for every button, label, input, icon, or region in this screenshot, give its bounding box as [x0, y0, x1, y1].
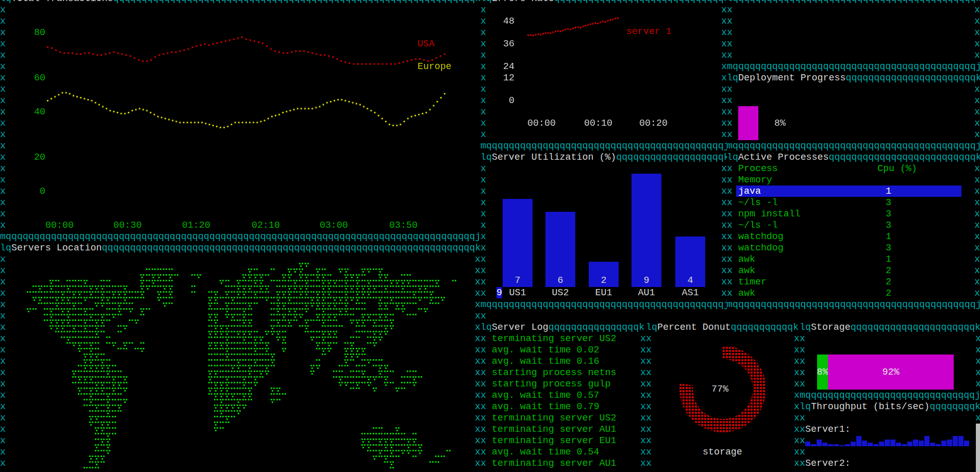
panel-storage: lqStorageqqqqqqqqqqqqqqqqqqqqqqk x x x x… — [800, 322, 980, 401]
panel-border-left: x x x x x x x x x x x x x — [480, 333, 486, 472]
log-line: starting process gulp — [492, 378, 610, 390]
panel-title: Storage — [811, 322, 851, 332]
y-axis-tick: 40 — [31, 106, 45, 117]
panel-border-left: x x x x x x x x x x x x x — [646, 333, 652, 472]
cell-cpu: 1 — [886, 231, 891, 242]
transactions-line-chart — [26, 19, 469, 225]
terminal-dashboard: lqTotal Transactionsqqqqqqqqqqqqqqqqqqqq… — [0, 0, 980, 472]
table-row[interactable]: ~/ls -l3 — [736, 220, 961, 231]
panel-border-left: x x x x x x x x x x x x — [480, 163, 486, 299]
bar-value: 6 — [545, 275, 575, 286]
table-row[interactable]: java1 — [736, 186, 961, 197]
cell-cpu: 2 — [886, 265, 891, 276]
table-row[interactable]: awk2 — [736, 265, 961, 276]
y-axis-tick: 24 — [501, 61, 514, 72]
log-line: terminating server US2 — [492, 333, 616, 344]
panel-title: Servers Location — [11, 243, 102, 253]
deployment-gauge-bar — [738, 106, 758, 140]
cell-cpu: 2 — [886, 276, 891, 288]
bar-value: 7 — [503, 275, 533, 286]
bar-category: AS1 — [675, 287, 705, 298]
y-axis-tick: 12 — [501, 72, 514, 83]
panel-border-bottom: mqqqqqqqqqqqqqqqqqqqqqqqqqqqqqqqqqqqqqqq… — [0, 231, 480, 242]
cell-process: java — [738, 186, 761, 197]
bar — [503, 199, 533, 287]
cell-process: awk — [738, 288, 755, 299]
bar-category: AU1 — [632, 287, 661, 298]
table-row[interactable]: awk1 — [736, 254, 961, 265]
panel-border-left: x x x x x x x x x x x x — [727, 163, 733, 299]
storage-segment: 92% — [828, 355, 954, 390]
panel-errors-rate: lqErrors Rateqqqqqqqqqqqqqqqqqqqqqqqqqqq… — [480, 0, 727, 151]
bar — [632, 174, 661, 287]
bar-category: US2 — [545, 287, 575, 298]
log-line: starting process netns — [492, 367, 616, 378]
panel-border-bottom: mqqqqqqqqqqqqqqqqqqqqqqqqqqqqqqqqqqqqqqq… — [727, 61, 980, 72]
panel-title: Throughput (bits/sec) — [811, 401, 929, 412]
panel-percent-donut: lqPercent Donutqqqqqqqqqqqk x x x x x x … — [646, 322, 800, 472]
bar-category: US1 — [503, 287, 533, 298]
cell-cpu: 3 — [886, 197, 891, 208]
legend-usa: USA — [418, 38, 435, 49]
log-line: terminating server AU1 — [492, 458, 616, 469]
scrollbar-thumb[interactable] — [976, 424, 980, 472]
panel-border-right: x x x x x x x x x x x x — [721, 4, 727, 140]
panel-border-right: x x x x x x x x x x x x x — [640, 333, 646, 472]
panel-title: Percent Donut — [657, 322, 731, 332]
cell-process: ~/ls -l — [738, 220, 778, 231]
deployment-percent: 8% — [774, 117, 786, 129]
y-axis-tick: 60 — [31, 72, 45, 83]
panel-border-right: x x x x x x x x x x x x — [974, 163, 980, 299]
panel-border-right: x x x x x x x x x x x x — [721, 163, 727, 299]
cell-cpu: 1 — [886, 186, 891, 197]
panel-title: Total Transactions — [11, 0, 113, 4]
donut-percent: 77% — [711, 383, 728, 395]
cell-process: ~/ls -l — [738, 197, 778, 208]
y-axis-tick: 36 — [501, 38, 514, 49]
panel-border-bottom: mqqqqqqqqqqqqqqqqqqqqqqqqqqqqqqqqqqqqqqq… — [727, 299, 980, 310]
cell-cpu: 1 — [886, 254, 891, 265]
panel-active-processes: lqActive Processesqqqqqqqqqqqqqqqqqqqqqq… — [727, 151, 980, 310]
table-row[interactable]: npm install3 — [736, 208, 961, 220]
log-line: avg. wait time 0.02 — [492, 344, 599, 356]
panel-server-log: lqServer Logqqqqqqqqqqqqqqqqk x x x x x … — [480, 322, 646, 472]
panel-border-bottom: mqqqqqqqqqqqqqqqqqqqqqqqqqqqqqqqqqqqqqqq… — [480, 140, 727, 151]
sparkline-server1 — [805, 435, 975, 446]
panel-border-right: x x x x x — [974, 4, 980, 61]
table-row[interactable]: timer2 — [736, 276, 961, 288]
panel-title: Server Utilization (%) — [492, 152, 616, 162]
panel-title: Active Processes — [738, 152, 829, 162]
x-axis-tick: 03:50 — [389, 220, 418, 231]
log-line: terminating server AU1 — [492, 424, 616, 435]
panel-border-left: x x x x x x x x x x x x — [480, 4, 486, 140]
panel-border-top: lqTotal Transactionsqqqqqqqqqqqqqqqqqqqq… — [0, 0, 480, 4]
panel-servers-location: lqServers Locationqqqqqqqqqqqqqqqqqqqqqq… — [0, 242, 480, 472]
cell-process: watchdog — [738, 242, 784, 254]
cell-process: awk — [738, 254, 755, 265]
bar-value: 4 — [675, 275, 705, 286]
storage-segment: 8% — [817, 355, 828, 390]
panel-total-transactions: lqTotal Transactionsqqqqqqqqqqqqqqqqqqqq… — [0, 0, 480, 242]
x-axis-tick: 00:20 — [639, 117, 668, 129]
table-row[interactable]: awk2 — [736, 288, 961, 299]
log-line: avg. wait time 0.54 — [492, 446, 599, 458]
server1-label: Server1: — [805, 424, 851, 435]
panel-border-right: x x x x x — [974, 83, 980, 140]
y-axis-tick: 80 — [31, 27, 45, 38]
table-row[interactable]: watchdog1 — [736, 231, 961, 242]
panel-title: Errors Rate — [492, 0, 554, 4]
panel-border-left: x x x x x x x x x x x x x x x x x x x x — [0, 254, 6, 472]
cell-cpu: 2 — [886, 288, 891, 299]
column-header-cpu: Cpu (%) — [877, 163, 917, 174]
server2-label: Server2: — [805, 458, 851, 469]
cell-process: watchdog — [738, 231, 784, 242]
table-row[interactable]: ~/ls -l3 — [736, 197, 961, 208]
legend-server1: server 1 — [626, 26, 672, 37]
world-map — [15, 263, 469, 472]
bar-value: 9 — [632, 275, 661, 286]
cell-process: awk — [738, 265, 755, 276]
panel-border-left: x x x x x — [800, 333, 805, 390]
table-row[interactable]: watchdog3 — [736, 242, 961, 254]
panel-throughput: lqThroughput (bits/sec)qqqqqqqqk x x x x… — [800, 401, 980, 472]
panel-border-right: x x x x x x x x x x x x x — [794, 333, 800, 472]
